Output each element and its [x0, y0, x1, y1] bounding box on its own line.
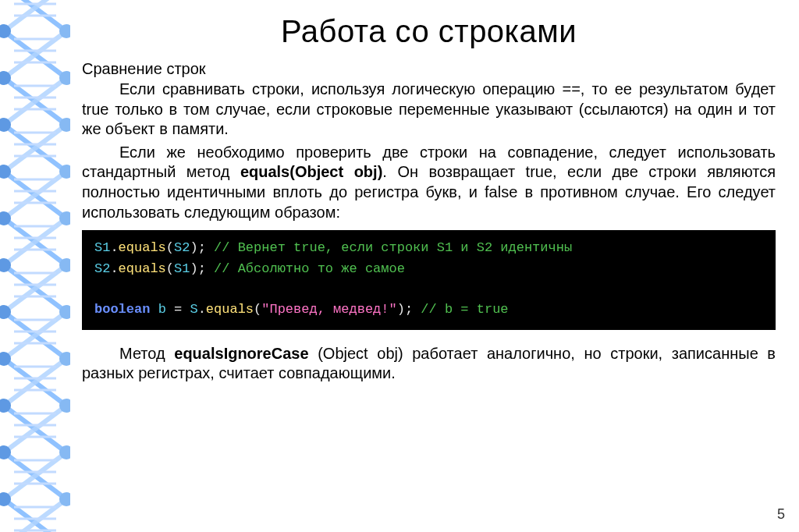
code-token [206, 261, 214, 276]
code-keyword: boolean [94, 302, 150, 317]
code-token [150, 302, 158, 317]
slide-title: Работа со строками [82, 14, 776, 49]
code-token: ( [166, 240, 174, 255]
code-token: S2 [174, 240, 190, 255]
section-subtitle: Сравнение строк [82, 60, 776, 78]
code-token: ( [254, 302, 261, 317]
content-area: Работа со строками Сравнение строк Если … [82, 14, 776, 516]
code-token: b [158, 302, 166, 317]
code-token: S1 [94, 240, 110, 255]
code-token: ) [397, 302, 405, 317]
slide: Работа со строками Сравнение строк Если … [0, 0, 799, 532]
code-token: S1 [174, 261, 190, 276]
code-token: . [110, 261, 118, 276]
code-token: ) [190, 261, 197, 276]
code-token: ; [198, 240, 206, 255]
code-comment: // b = true [421, 302, 508, 317]
code-token [206, 240, 214, 255]
paragraph-3: Метод equalsIgnoreCase (Object obj) рабо… [82, 344, 776, 384]
code-comment: // Вернет true, если строки S1 и S2 иден… [214, 240, 572, 255]
dna-svg [0, 0, 70, 532]
equals-ignore-case-name: equalsIgnoreCase [174, 345, 308, 362]
code-token: ; [198, 261, 206, 276]
code-token: equals [119, 240, 166, 255]
code-token: equals [206, 302, 254, 317]
page-number: 5 [777, 506, 785, 523]
code-token: equals [119, 261, 166, 276]
code-token: . [110, 240, 118, 255]
code-block: S1.equals(S2); // Вернет true, если стро… [82, 230, 776, 329]
code-token: ( [166, 261, 174, 276]
code-token: S2 [94, 261, 110, 276]
paragraph-1: Если сравнивать строки, используя логиче… [82, 80, 776, 140]
code-token: = [174, 302, 182, 317]
code-token: S [190, 302, 197, 317]
dna-decoration [0, 0, 70, 532]
paragraph-2: Если же необходимо проверить две строки … [82, 143, 776, 222]
code-comment: // Абсолютно то же самое [214, 261, 405, 276]
para3-text-a: Метод [119, 345, 174, 362]
code-token [413, 302, 421, 317]
code-token: ; [405, 302, 413, 317]
code-string: "Превед, медвед!" [261, 302, 396, 317]
code-token [166, 302, 174, 317]
code-token: . [198, 302, 206, 317]
equals-method-name: equals(Object obj) [240, 163, 382, 180]
code-token: ) [190, 240, 197, 255]
code-token [182, 302, 190, 317]
